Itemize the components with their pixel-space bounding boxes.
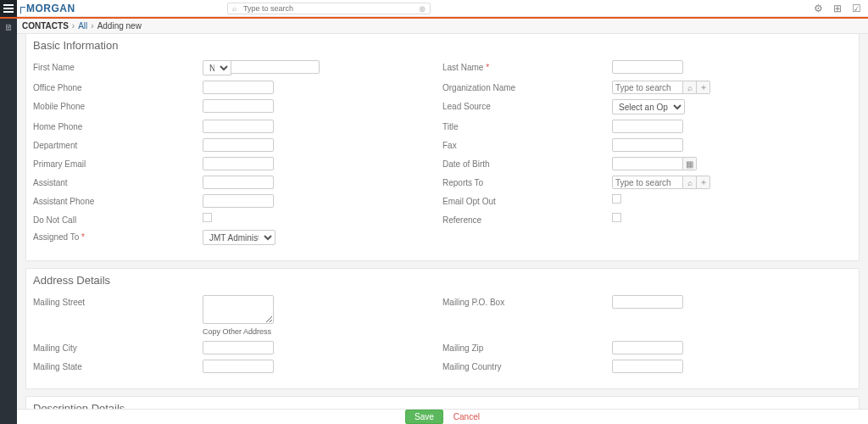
org-search-icon[interactable]: ⌕ bbox=[683, 81, 697, 94]
block-address-details: Address Details Mailing Street Copy Othe… bbox=[25, 268, 860, 389]
reports-to-add-icon[interactable]: ＋ bbox=[697, 176, 710, 189]
org-name-input[interactable] bbox=[612, 81, 683, 94]
label-lead-source: Lead Source bbox=[442, 99, 612, 111]
do-not-call-checkbox[interactable] bbox=[203, 213, 212, 222]
mailing-zip-input[interactable] bbox=[612, 341, 683, 354]
mailing-po-input[interactable] bbox=[612, 295, 683, 309]
label-mobile-phone: Mobile Phone bbox=[33, 99, 203, 111]
search-icon: ⌕ bbox=[232, 4, 236, 13]
global-search-wrap: ⌕ ⊗ bbox=[227, 3, 431, 14]
label-home-phone: Home Phone bbox=[33, 120, 203, 131]
dob-input[interactable] bbox=[612, 157, 683, 170]
label-title: Title bbox=[442, 120, 612, 131]
reports-to-search-icon[interactable]: ⌕ bbox=[683, 176, 697, 189]
calendar-picker-icon[interactable]: ▦ bbox=[683, 157, 697, 170]
calendar-icon[interactable]: ⊞ bbox=[833, 3, 842, 14]
title-input[interactable] bbox=[612, 120, 683, 133]
email-opt-out-checkbox[interactable] bbox=[612, 194, 621, 204]
label-do-not-call: Do Not Call bbox=[33, 213, 203, 225]
label-dob: Date of Birth bbox=[442, 157, 612, 169]
section-title-address: Address Details bbox=[26, 269, 859, 292]
mailing-street-input[interactable] bbox=[203, 295, 274, 324]
last-name-input[interactable] bbox=[612, 60, 683, 74]
label-mailing-po: Mailing P.O. Box bbox=[442, 295, 612, 307]
action-footer: Save Cancel bbox=[17, 409, 868, 424]
fax-input[interactable] bbox=[612, 138, 683, 152]
assistant-phone-input[interactable] bbox=[203, 194, 274, 208]
label-mailing-city: Mailing City bbox=[33, 341, 203, 353]
mailing-state-input[interactable] bbox=[203, 360, 274, 373]
primary-email-input[interactable] bbox=[203, 157, 274, 170]
topbar: MORGAN ⌕ ⊗ ⚙ ⊞ ☑ bbox=[0, 0, 868, 17]
label-mailing-street: Mailing Street bbox=[33, 295, 203, 307]
org-add-icon[interactable]: ＋ bbox=[697, 81, 710, 94]
logo[interactable]: MORGAN bbox=[0, 0, 220, 17]
cancel-button[interactable]: Cancel bbox=[453, 412, 480, 421]
label-mailing-state: Mailing State bbox=[33, 360, 203, 371]
copy-other-address-link[interactable]: Copy Other Address bbox=[203, 327, 372, 336]
sidebar-item-docs[interactable]: 🗎 bbox=[0, 19, 17, 36]
label-first-name: First Name bbox=[33, 60, 203, 72]
topbar-right: ⚙ ⊞ ☑ bbox=[814, 0, 861, 17]
clear-search-icon[interactable]: ⊗ bbox=[419, 3, 426, 13]
sidebar: 👥 🗎 bbox=[0, 0, 17, 424]
hamburger-icon bbox=[3, 4, 14, 13]
home-phone-input[interactable] bbox=[203, 120, 274, 133]
label-department: Department bbox=[33, 138, 203, 150]
label-mailing-country: Mailing Country bbox=[442, 360, 612, 371]
salutation-select[interactable]: None bbox=[203, 60, 231, 75]
mailing-country-input[interactable] bbox=[612, 360, 683, 373]
documents-icon: 🗎 bbox=[4, 22, 14, 32]
breadcrumb-current: Adding new bbox=[97, 21, 142, 31]
breadcrumb-all[interactable]: All bbox=[78, 21, 87, 31]
label-assistant: Assistant bbox=[33, 176, 203, 187]
first-name-input[interactable] bbox=[231, 60, 320, 74]
assigned-to-select[interactable]: JMT Administrator bbox=[203, 230, 275, 245]
mailing-city-input[interactable] bbox=[203, 341, 274, 354]
section-title-basic: Basic Information bbox=[26, 34, 859, 57]
gear-icon[interactable]: ⚙ bbox=[814, 3, 823, 14]
label-last-name: Last Name bbox=[442, 60, 612, 72]
label-office-phone: Office Phone bbox=[33, 81, 203, 92]
label-email-opt-out: Email Opt Out bbox=[442, 194, 612, 206]
section-title-description: Description Details bbox=[26, 397, 859, 409]
mobile-phone-input[interactable] bbox=[203, 99, 274, 113]
label-assistant-phone: Assistant Phone bbox=[33, 194, 203, 206]
label-assigned-to: Assigned To bbox=[33, 230, 203, 242]
logo-text: MORGAN bbox=[26, 3, 75, 14]
assistant-input[interactable] bbox=[203, 176, 274, 189]
reports-to-input[interactable] bbox=[612, 176, 683, 189]
sidebar-toggle[interactable] bbox=[0, 0, 17, 17]
label-reference: Reference bbox=[442, 213, 612, 225]
check-icon[interactable]: ☑ bbox=[852, 3, 861, 14]
reference-checkbox[interactable] bbox=[612, 213, 621, 222]
accent-bar bbox=[17, 17, 868, 19]
label-primary-email: Primary Email bbox=[33, 157, 203, 169]
save-button[interactable]: Save bbox=[405, 410, 443, 424]
lead-source-select[interactable]: Select an Option bbox=[612, 99, 685, 114]
department-input[interactable] bbox=[203, 138, 274, 152]
label-fax: Fax bbox=[442, 138, 612, 150]
block-description-details: Description Details Description bbox=[25, 396, 860, 409]
global-search-input[interactable] bbox=[227, 3, 431, 14]
content[interactable]: Basic Information First Name None Last N… bbox=[17, 34, 868, 409]
label-reports-to: Reports To bbox=[442, 176, 612, 187]
breadcrumb: CONTACTS › All › Adding new bbox=[17, 19, 868, 34]
label-mailing-zip: Mailing Zip bbox=[442, 341, 612, 353]
label-org-name: Organization Name bbox=[442, 81, 612, 92]
breadcrumb-module[interactable]: CONTACTS bbox=[22, 21, 69, 31]
office-phone-input[interactable] bbox=[203, 81, 274, 94]
block-basic-info: Basic Information First Name None Last N… bbox=[25, 34, 860, 261]
